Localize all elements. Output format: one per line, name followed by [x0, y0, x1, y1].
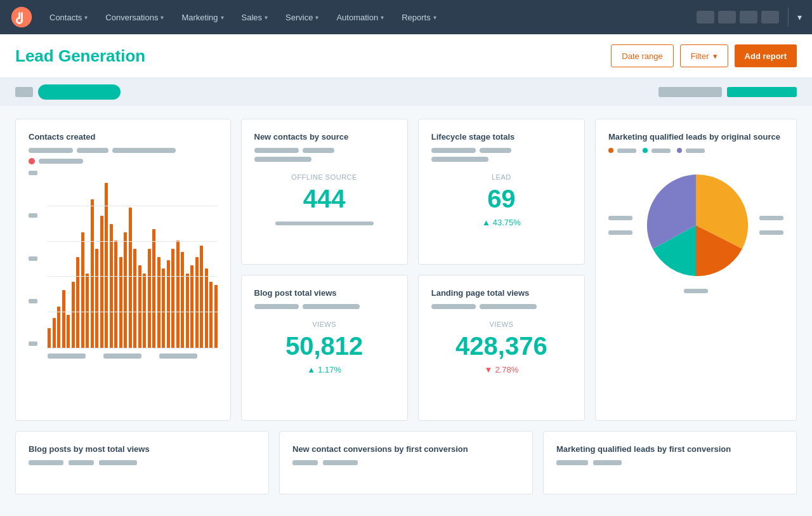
contacts-red-legend [29, 158, 218, 164]
bc3-pill-1 [556, 460, 588, 465]
bottom-card-3-title: Marketing qualified leads by first conve… [556, 444, 783, 454]
col-3: Lifecycle stage totals LEAD 69 ▲ 43.75% … [418, 119, 585, 421]
x-label-2 [103, 354, 141, 359]
bc2-pill-1 [292, 460, 318, 465]
nav-item-conversations[interactable]: Conversations ▾ [96, 0, 173, 34]
filter-button[interactable]: Filter ▾ [680, 44, 728, 67]
filter-toggle[interactable] [15, 87, 33, 97]
bar-17 [129, 208, 132, 348]
legend-pill-1 [29, 148, 73, 153]
bottom-card-2-title: New contact conversions by first convers… [292, 444, 520, 454]
filter-date-pill[interactable] [658, 87, 722, 97]
bar-20 [143, 274, 146, 348]
bc3-pill-2 [593, 460, 622, 465]
bc1-pill-1 [29, 460, 63, 465]
nav-item-reports[interactable]: Reports ▾ [393, 0, 445, 34]
bar-11 [100, 216, 103, 348]
add-report-button[interactable]: Add report [735, 44, 797, 67]
automation-chevron-icon: ▾ [381, 14, 384, 21]
bar-35 [214, 285, 218, 348]
filter-left [15, 84, 121, 100]
date-range-button[interactable]: Date range [611, 44, 673, 67]
nav-item-service[interactable]: Service ▾ [277, 0, 327, 34]
bar-10 [95, 249, 98, 348]
bar-23 [157, 257, 160, 348]
page-header: Lead Generation Date range Filter ▾ Add … [0, 34, 812, 78]
filter-active-pill[interactable] [38, 84, 121, 100]
lc-legend-2 [480, 148, 511, 153]
blog-post-title: Blog post total views [254, 288, 395, 298]
mql-label-1 [617, 149, 636, 153]
landing-page-title: Landing page total views [431, 288, 572, 298]
contacts-chevron-icon: ▾ [84, 14, 88, 21]
nav-item-contacts[interactable]: Contacts ▾ [41, 0, 96, 34]
new-contacts-metric-value: 444 [254, 185, 395, 213]
lc-legend-3 [431, 157, 488, 162]
y-label-2 [29, 299, 37, 303]
filter-range-pill[interactable] [727, 87, 797, 97]
navbar: Contacts ▾ Conversations ▾ Marketing ▾ S… [0, 0, 812, 34]
pie-right-label-1 [759, 216, 783, 220]
bottom-card-2: New contact conversions by first convers… [279, 431, 533, 494]
nav-item-sales[interactable]: Sales ▾ [233, 0, 277, 34]
y-label-5 [29, 171, 37, 175]
bar-chart [29, 171, 218, 359]
bar-2 [57, 307, 60, 348]
nav-icon-btn-1[interactable] [697, 11, 714, 23]
nav-item-marketing[interactable]: Marketing ▾ [173, 0, 232, 34]
lifecycle-title: Lifecycle stage totals [431, 132, 572, 142]
blog-metric-change: ▲ 1.17% [254, 365, 395, 374]
x-label-3 [159, 354, 197, 359]
pie-bottom-label-1 [684, 289, 708, 293]
contacts-created-card: Contacts created [15, 119, 231, 421]
bottom-card-1-title: Blog posts by most total views [29, 444, 256, 454]
bar-33 [205, 268, 208, 348]
settings-chevron-icon[interactable]: ▾ [797, 12, 802, 22]
bar-0 [48, 328, 51, 348]
svg-point-1 [21, 20, 23, 22]
y-axis [29, 171, 44, 346]
hubspot-logo[interactable] [10, 6, 33, 29]
mql-label-3 [686, 149, 705, 153]
pie-labels-right [759, 216, 783, 235]
nav-item-automation[interactable]: Automation ▾ [327, 0, 393, 34]
bar-24 [162, 268, 165, 348]
bar-18 [133, 249, 136, 348]
bar-29 [186, 274, 189, 348]
bar-15 [119, 257, 122, 348]
landing-legend [431, 304, 572, 309]
service-chevron-icon: ▾ [315, 14, 318, 21]
nav-icon-btn-2[interactable] [718, 11, 736, 23]
lifecycle-up-arrow-icon: ▲ [482, 218, 490, 227]
bar-1 [53, 318, 56, 348]
bar-25 [167, 260, 170, 348]
new-contacts-metric-label: OFFLINE SOURCE [254, 173, 395, 181]
new-contacts-bar [275, 222, 374, 225]
new-contacts-legend [254, 148, 395, 162]
y-label-1 [29, 341, 37, 346]
lc-legend-1 [431, 148, 476, 153]
bc1-pill-2 [69, 460, 94, 465]
bc2-pill-2 [323, 460, 358, 465]
main-content: Contacts created [0, 106, 812, 507]
contacts-created-legend [29, 148, 218, 153]
legend-pill-2 [77, 148, 108, 153]
bar-14 [114, 241, 117, 348]
bottom-card-3: Marketing qualified leads by first conve… [543, 431, 797, 494]
pie-left-label-1 [608, 216, 632, 220]
y-label-4 [29, 213, 37, 218]
pie-right-label-2 [759, 230, 783, 235]
nav-icon-btn-3[interactable] [740, 11, 757, 23]
landing-metric-label: VIEWS [431, 321, 572, 328]
mql-dot-1 [608, 148, 613, 153]
page-title: Lead Generation [15, 46, 145, 66]
nav-icon-btn-4[interactable] [761, 11, 779, 23]
grid-line-1 [48, 312, 218, 312]
mql-legend-item-3 [677, 148, 705, 153]
mql-by-source-card: Marketing qualified leads by original so… [595, 119, 797, 421]
grid-line-2 [48, 276, 218, 277]
bar-28 [181, 252, 184, 348]
pie-left-label-2 [608, 230, 632, 235]
reports-chevron-icon: ▾ [433, 14, 436, 21]
lifecycle-metric-value: 69 [431, 185, 572, 213]
